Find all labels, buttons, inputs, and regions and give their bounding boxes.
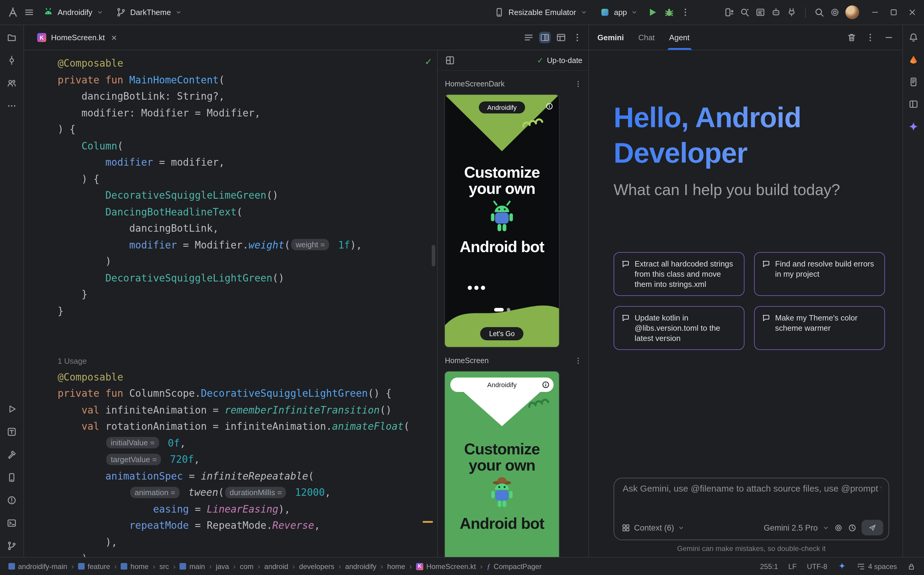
inlay-hint[interactable]: initialValue = [107,437,159,448]
tab-agent[interactable]: Agent [669,25,690,50]
editor-scrollbar[interactable] [432,245,435,267]
commit-tool-icon[interactable] [6,55,17,65]
preview-render-light[interactable]: Androidify Customize your own Android bo… [445,372,559,557]
android-bot-hat-image [485,475,519,514]
preview-item-homescreendark[interactable]: HomeScreenDark [445,78,582,90]
settings-gear-icon[interactable] [830,7,840,17]
headline-line: Android bot [460,516,544,532]
context-dropdown[interactable]: Context (6) [634,523,674,532]
window-maximize-button[interactable] [889,8,898,17]
caret-position[interactable]: 255:1 [760,562,778,570]
preview-layout-icon[interactable] [445,55,455,65]
version-control-icon[interactable] [6,541,17,551]
gemini-settings-gear-icon[interactable] [834,523,843,532]
code-token: easing [153,503,189,515]
info-icon[interactable] [545,102,553,110]
device-explorer-icon[interactable] [908,77,919,87]
breadcrumb-item[interactable]: feature [78,562,110,570]
ai-search-icon[interactable] [740,7,750,17]
breadcrumb-item[interactable]: developers [299,562,334,570]
tab-close-icon[interactable] [110,33,118,42]
main-menu-icon[interactable] [24,7,34,17]
user-avatar[interactable] [845,5,859,19]
lets-go-button[interactable]: Let's Go [480,327,524,340]
breadcrumb-item[interactable]: androidify-main [8,562,67,570]
suggestion-text: Find and resolve build errors in my proj… [775,259,878,279]
suggestion-card-theme-warmer[interactable]: Make my Theme's color scheme warmer [754,306,885,350]
window-minimize-button[interactable] [871,8,879,17]
project-selector[interactable]: Androidify [40,5,107,20]
run-config-selector[interactable]: app [596,5,641,20]
file-encoding[interactable]: UTF-8 [807,562,827,570]
ai-spark-icon[interactable] [838,562,846,571]
more-actions-kebab-icon[interactable] [681,7,691,17]
code-editor[interactable]: @Composableprivate fun MainHomeContent( … [24,51,437,557]
inspections-ok-icon[interactable]: ✓ [425,56,432,67]
layout-inspector-icon[interactable] [908,99,919,109]
notifications-bell-icon[interactable] [908,32,919,43]
device-selector[interactable]: Resizable Emulator [490,5,590,20]
preview-item-homescreen[interactable]: HomeScreen [445,355,582,367]
tab-chat[interactable]: Chat [638,25,655,50]
breadcrumb-item[interactable]: main [180,562,205,570]
suggestion-card-update-kotlin[interactable]: Update kotlin in @libs.version.toml to t… [614,306,744,350]
model-dropdown[interactable]: Gemini 2.5 Pro [764,523,818,532]
breadcrumb-item[interactable]: java [216,562,229,570]
project-folder-icon[interactable] [6,32,17,43]
problems-icon[interactable] [6,495,17,505]
inlay-hint[interactable]: durationMillis = [226,486,286,498]
preview-kebab-icon[interactable] [574,80,582,88]
breadcrumb-item[interactable]: ƒCompactPager [487,562,542,570]
send-button[interactable] [862,520,883,535]
tab-homescreen-kt[interactable]: K HomeScreen.kt [32,25,123,50]
ai-assistant-icon[interactable] [771,7,781,17]
device-manager-icon[interactable] [6,472,17,483]
clear-chat-trash-icon[interactable] [846,32,857,43]
run-tool-icon[interactable] [6,404,17,414]
indentation-setting[interactable]: 4 spaces [857,562,897,570]
device-mirroring-icon[interactable] [724,7,734,17]
preview-kebab-icon[interactable] [574,357,582,365]
editor-view-design-icon[interactable] [556,32,566,43]
ui-tools-icon[interactable] [6,427,17,437]
context-icon[interactable] [622,523,630,532]
inlay-hint[interactable]: weight = [291,239,329,250]
readonly-lock-icon[interactable] [907,562,916,570]
inlay-hint[interactable]: targetValue = [107,453,161,465]
window-close-button[interactable] [908,8,917,17]
history-clock-icon[interactable] [848,523,857,532]
breadcrumb-item[interactable]: androidify [345,562,377,570]
preview-render-dark[interactable]: Androidify Customize your own Android bo… [445,95,559,347]
branch-selector[interactable]: DarkTheme [112,5,186,20]
editor-view-split-icon[interactable] [540,32,550,43]
app-quality-insights-icon[interactable] [908,55,919,65]
hide-panel-icon[interactable] [884,32,894,43]
breadcrumb-item[interactable]: home [121,562,149,570]
breadcrumb-item[interactable]: home [387,562,405,570]
breadcrumb-item[interactable]: KHomeScreen.kt [416,562,476,570]
gemini-prompt-input[interactable] [623,483,881,493]
breadcrumb-item[interactable]: src [159,562,169,570]
logcat-icon[interactable] [755,7,765,17]
info-icon[interactable] [542,381,550,389]
run-button[interactable] [647,6,658,18]
more-tools-icon[interactable] [6,101,17,111]
usages-hint[interactable]: 1 Usage [58,357,87,365]
debug-button[interactable] [664,6,675,18]
editor-view-code-icon[interactable] [523,32,534,43]
search-everywhere-icon[interactable] [814,7,824,17]
build-tool-icon[interactable] [6,450,17,460]
inlay-hint[interactable]: animation = [130,486,179,498]
gemini-star-icon[interactable] [908,121,919,133]
plugins-icon[interactable] [787,7,797,17]
breadcrumb-item[interactable]: com [240,562,253,570]
line-separator[interactable]: LF [788,562,797,570]
gemini-options-kebab-icon[interactable] [865,32,875,43]
editor-options-kebab-icon[interactable] [572,32,582,43]
suggestion-card-build-errors[interactable]: Find and resolve build errors in my proj… [754,252,885,296]
collaboration-icon[interactable] [6,78,17,88]
gemini-input-box[interactable]: Context (6) Gemini 2.5 Pro [614,478,889,540]
terminal-icon[interactable] [6,518,17,528]
suggestion-card-strings[interactable]: Extract all hardcoded strings from this … [614,252,744,296]
breadcrumb-item[interactable]: android [264,562,288,570]
